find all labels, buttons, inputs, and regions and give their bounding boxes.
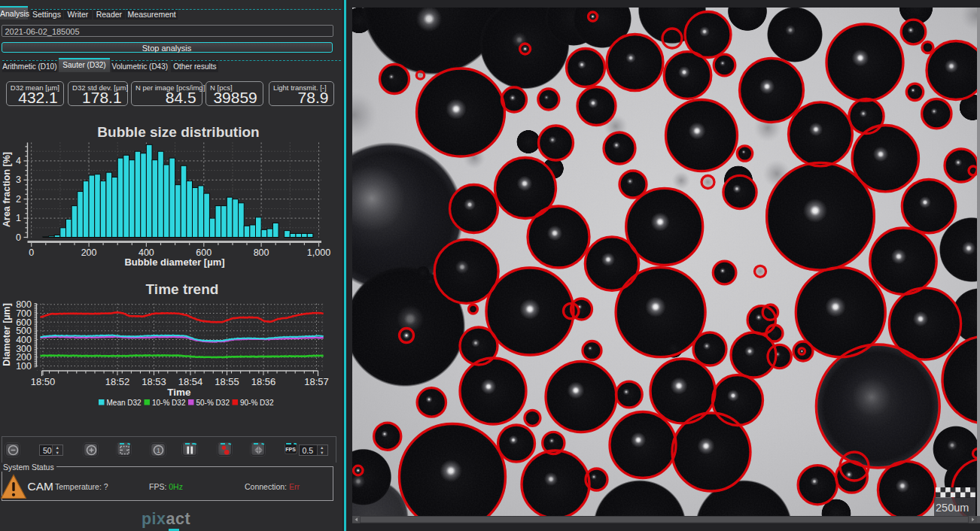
- svg-text:3: 3: [16, 174, 21, 185]
- svg-text:200: 200: [81, 247, 97, 258]
- svg-text:Bubble diameter [µm]: Bubble diameter [µm]: [124, 256, 224, 268]
- svg-text:800: 800: [16, 299, 32, 310]
- svg-text:50-% D32: 50-% D32: [196, 399, 230, 407]
- svg-text:18:56: 18:56: [251, 376, 276, 387]
- svg-text:1: 1: [16, 213, 21, 223]
- svg-text:Time: Time: [167, 387, 191, 398]
- svg-text:18:55: 18:55: [215, 376, 239, 387]
- svg-text:Bubble size distribution: Bubble size distribution: [97, 124, 259, 140]
- svg-text:0: 0: [16, 232, 21, 243]
- svg-text:Mean D32: Mean D32: [107, 399, 142, 407]
- svg-text:18:54: 18:54: [178, 376, 203, 387]
- svg-text:18:57: 18:57: [304, 376, 329, 387]
- svg-text:1,000: 1,000: [307, 247, 330, 258]
- svg-text:Diameter [µm]: Diameter [µm]: [2, 303, 12, 366]
- svg-text:0: 0: [29, 247, 34, 258]
- svg-text:10-% D32: 10-% D32: [152, 399, 186, 407]
- svg-text:4: 4: [16, 156, 21, 166]
- svg-text:Area fraction [%]: Area fraction [%]: [2, 152, 12, 227]
- svg-text:18:53: 18:53: [142, 376, 166, 387]
- svg-text:18:50: 18:50: [31, 376, 56, 387]
- svg-text:90-% D32: 90-% D32: [240, 399, 274, 407]
- svg-text:Time trend: Time trend: [146, 281, 219, 297]
- svg-text:800: 800: [254, 247, 269, 258]
- svg-text:18:52: 18:52: [105, 376, 130, 387]
- svg-text:2: 2: [16, 194, 21, 205]
- svg-text:1: 1: [157, 447, 160, 454]
